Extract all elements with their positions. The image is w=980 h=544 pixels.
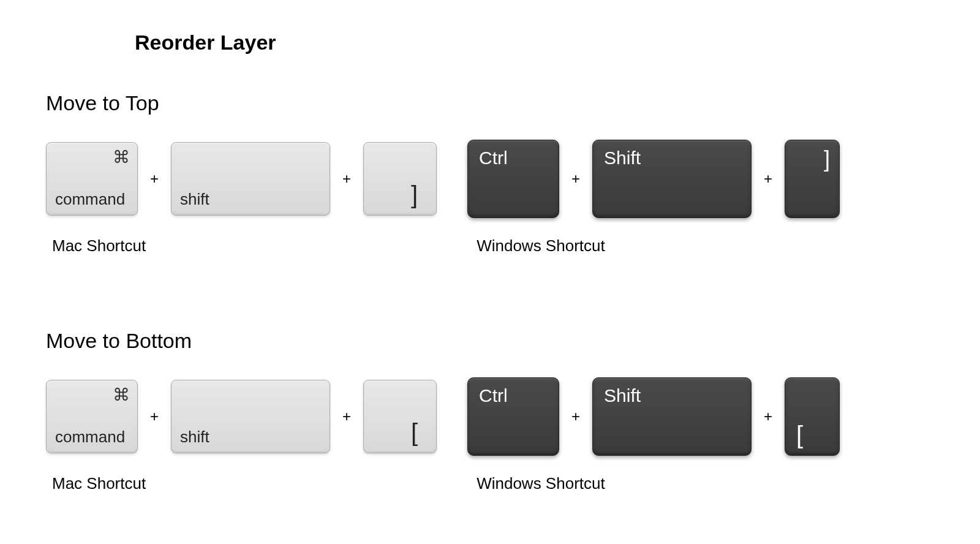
mac-caption: Mac Shortcut [52,236,146,255]
captions-row: Mac Shortcut Windows Shortcut [46,236,934,255]
captions-row: Mac Shortcut Windows Shortcut [46,474,934,493]
command-icon: ⌘ [113,387,130,404]
key-label: Shift [604,148,641,168]
plus-separator: + [571,408,580,425]
key-label: command [55,190,125,209]
section-move-to-top: Move to Top ⌘ command + shift + ] Ctrl +… [46,91,934,255]
shortcut-group-mac: ⌘ command + shift + ] [46,142,437,216]
key-shift: shift [171,142,330,216]
section-move-to-bottom: Move to Bottom ⌘ command + shift + [ Ctr… [46,329,934,493]
shortcut-group-mac: ⌘ command + shift + [ [46,380,437,453]
key-bracket: ] [785,140,840,218]
key-label: Shift [604,385,641,406]
key-label: [ [796,421,803,449]
plus-separator: + [150,170,159,187]
mac-caption: Mac Shortcut [52,474,146,493]
shortcut-group-windows: Ctrl + Shift + ] [467,140,840,218]
key-label: Ctrl [479,148,508,168]
key-shift: shift [171,380,330,453]
key-label: ] [411,181,418,209]
command-icon: ⌘ [113,149,130,166]
plus-separator: + [571,170,580,187]
key-label: command [55,428,125,447]
key-ctrl: Ctrl [467,140,559,218]
key-command: ⌘ command [46,380,138,453]
plus-separator: + [342,170,351,187]
key-label: Ctrl [479,385,508,406]
shortcut-group-windows: Ctrl + Shift + [ [467,377,840,456]
plus-separator: + [764,170,772,187]
key-label: ] [824,146,830,172]
plus-separator: + [764,408,772,425]
shortcut-row: ⌘ command + shift + [ Ctrl + Shift + [ [46,377,934,456]
key-ctrl: Ctrl [467,377,559,456]
plus-separator: + [342,408,351,425]
page-title: Reorder Layer [135,31,934,55]
key-bracket: [ [363,380,437,453]
key-label: shift [180,428,209,447]
key-shift: Shift [592,140,752,218]
key-command: ⌘ command [46,142,138,216]
shortcut-row: ⌘ command + shift + ] Ctrl + Shift + ] [46,140,934,218]
section-heading: Move to Top [46,91,934,115]
key-shift: Shift [592,377,752,456]
key-label: [ [411,419,418,447]
key-bracket: [ [785,377,840,456]
windows-caption: Windows Shortcut [477,236,605,255]
windows-caption: Windows Shortcut [477,474,605,493]
plus-separator: + [150,408,159,425]
key-label: shift [180,190,209,209]
section-heading: Move to Bottom [46,329,934,353]
key-bracket: ] [363,142,437,216]
